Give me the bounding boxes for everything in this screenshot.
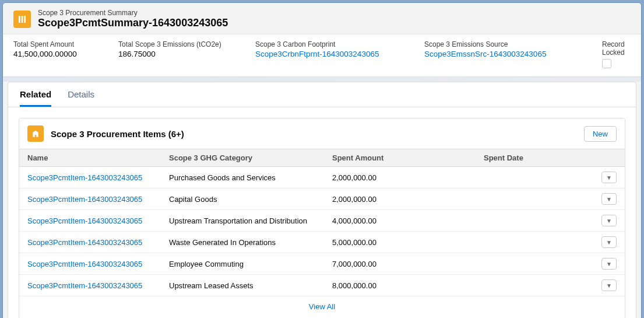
table-row: Scope3PcmtItem-1643003243065Upstream Tra… (19, 210, 625, 232)
item-category: Upstream Transportation and Distribution (161, 210, 324, 232)
tabs-bar: Related Details (8, 82, 636, 107)
chevron-down-icon: ▼ (606, 196, 612, 202)
view-all-link[interactable]: View All (19, 296, 625, 318)
field-emissions-source: Scope 3 Emissions Source Scope3EmssnSrc-… (424, 40, 596, 68)
item-name-link[interactable]: Scope3PcmtItem-1643003243065 (19, 232, 161, 253)
item-amount: 2,000,000.00 (324, 167, 476, 188)
item-date (476, 167, 592, 188)
col-header-actions (592, 149, 625, 167)
chevron-down-icon: ▼ (606, 174, 612, 181)
item-category: Waste Generated In Operations (161, 232, 324, 253)
row-action-cell: ▼ (592, 232, 625, 253)
item-name-link[interactable]: Scope3PcmtItem-1643003243065 (19, 210, 161, 232)
row-action-menu[interactable]: ▼ (601, 279, 617, 291)
col-header-amount[interactable]: Spent Amount (324, 149, 476, 167)
table-row: Scope3PcmtItem-1643003243065Waste Genera… (19, 232, 625, 253)
record-name: Scope3PcmtSummary-1643003243065 (38, 17, 228, 29)
item-date (476, 275, 592, 296)
summary-fields: Total Spent Amount 41,500,000.00000 Tota… (3, 34, 641, 76)
item-date (476, 210, 592, 232)
svg-rect-2 (24, 16, 26, 23)
item-name-link[interactable]: Scope3PcmtItem-1643003243065 (19, 167, 161, 188)
row-action-menu[interactable]: ▼ (601, 172, 617, 183)
chevron-down-icon: ▼ (606, 239, 612, 246)
emissions-source-link[interactable]: Scope3EmssnSrc-1643003243065 (424, 50, 596, 58)
header-top: Scope 3 Procurement Summary Scope3PcmtSu… (3, 3, 641, 34)
item-amount: 2,000,000.00 (324, 188, 476, 210)
item-date (476, 232, 592, 253)
tab-related[interactable]: Related (20, 89, 51, 107)
carbon-footprint-link[interactable]: Scope3CrbnFtprnt-1643003243065 (255, 50, 418, 58)
record-header: Scope 3 Procurement Summary Scope3PcmtSu… (3, 3, 641, 77)
row-action-cell: ▼ (592, 253, 625, 275)
field-label: Record Locked (602, 40, 631, 57)
item-name-link[interactable]: Scope3PcmtItem-1643003243065 (19, 188, 161, 210)
row-action-menu[interactable]: ▼ (601, 193, 617, 205)
field-label: Scope 3 Emissions Source (424, 40, 596, 48)
item-date (476, 253, 592, 275)
related-list-header: Scope 3 Procurement Items (6+) New (19, 118, 625, 149)
chevron-down-icon: ▼ (606, 282, 612, 289)
header-title-group: Scope 3 Procurement Summary Scope3PcmtSu… (38, 9, 228, 29)
field-label: Total Scope 3 Emissions (tCO2e) (118, 40, 249, 48)
row-action-menu[interactable]: ▼ (601, 236, 617, 248)
item-category: Capital Goods (161, 188, 324, 210)
record-type-icon (13, 11, 31, 28)
field-label: Total Spent Amount (13, 40, 112, 48)
svg-rect-0 (19, 16, 20, 23)
row-action-cell: ▼ (592, 188, 625, 210)
field-value: 186.75000 (118, 50, 249, 58)
item-category: Employee Commuting (161, 253, 324, 275)
table-row: Scope3PcmtItem-1643003243065Upstream Lea… (19, 275, 625, 296)
table-row: Scope3PcmtItem-1643003243065Purchased Go… (19, 167, 625, 188)
app-container: Scope 3 Procurement Summary Scope3PcmtSu… (2, 2, 642, 318)
procurement-items-table: Name Scope 3 GHG Category Spent Amount S… (19, 149, 625, 296)
object-type-label: Scope 3 Procurement Summary (38, 9, 228, 17)
item-category: Purchased Goods and Services (161, 167, 324, 188)
item-amount: 7,000,000.00 (324, 253, 476, 275)
row-action-cell: ▼ (592, 167, 625, 188)
chevron-down-icon: ▼ (606, 218, 612, 224)
table-row: Scope3PcmtItem-1643003243065Capital Good… (19, 188, 625, 210)
record-body-card: Related Details Scope 3 Procurement Item… (8, 82, 636, 318)
col-header-date[interactable]: Spent Date (476, 149, 592, 167)
item-name-link[interactable]: Scope3PcmtItem-1643003243065 (19, 275, 161, 296)
row-action-cell: ▼ (592, 210, 625, 232)
item-amount: 5,000,000.00 (324, 232, 476, 253)
related-list-title: Scope 3 Procurement Items (6+) (51, 129, 577, 139)
tab-details[interactable]: Details (68, 89, 94, 107)
row-action-menu[interactable]: ▼ (601, 258, 617, 270)
related-list-procurement-items: Scope 3 Procurement Items (6+) New Name … (19, 118, 625, 318)
record-locked-checkbox[interactable] (602, 59, 611, 68)
col-header-category[interactable]: Scope 3 GHG Category (161, 149, 324, 167)
field-label: Scope 3 Carbon Footprint (255, 40, 418, 48)
new-button[interactable]: New (584, 126, 617, 142)
field-record-locked: Record Locked (602, 40, 631, 68)
item-name-link[interactable]: Scope3PcmtItem-1643003243065 (19, 253, 161, 275)
chevron-down-icon: ▼ (606, 261, 612, 267)
table-row: Scope3PcmtItem-1643003243065Employee Com… (19, 253, 625, 275)
row-action-cell: ▼ (592, 275, 625, 296)
item-category: Upstream Leased Assets (161, 275, 324, 296)
field-value: 41,500,000.00000 (13, 50, 112, 58)
col-header-name[interactable]: Name (19, 149, 161, 167)
field-total-spent: Total Spent Amount 41,500,000.00000 (13, 40, 112, 68)
body-area: Related Details Scope 3 Procurement Item… (3, 82, 641, 318)
item-amount: 8,000,000.00 (324, 275, 476, 296)
item-amount: 4,000,000.00 (324, 210, 476, 232)
row-action-menu[interactable]: ▼ (601, 215, 617, 226)
building-icon (27, 125, 44, 142)
field-carbon-footprint: Scope 3 Carbon Footprint Scope3CrbnFtprn… (255, 40, 418, 68)
svg-rect-1 (22, 16, 23, 23)
field-total-emissions: Total Scope 3 Emissions (tCO2e) 186.7500… (118, 40, 249, 68)
item-date (476, 188, 592, 210)
